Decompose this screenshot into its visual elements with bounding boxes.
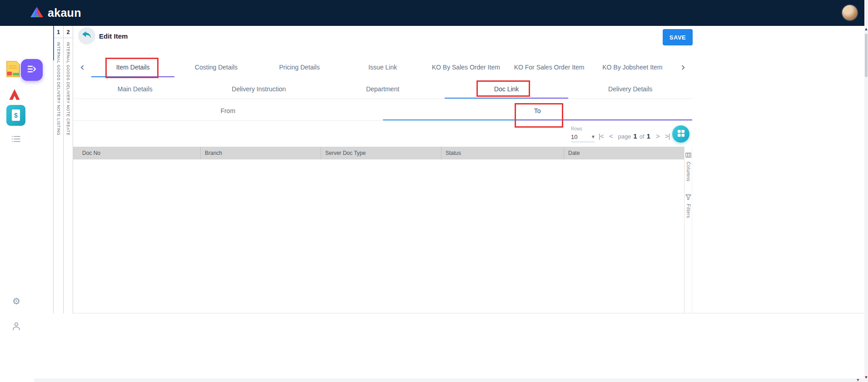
rows-per-page-label: Rows [571, 126, 582, 131]
scroll-up-icon[interactable]: ▲ [864, 26, 868, 32]
grid-icon [677, 129, 685, 139]
back-arrow-icon [82, 31, 92, 41]
total-pages-number: 1 [647, 132, 650, 140]
tab-item-details[interactable]: Item Details [91, 57, 174, 77]
tab-label: KO By Jobsheet Item [602, 64, 662, 71]
vertical-tab-label: INTERNAL GOODS DELIVERY NOTE LISTING [56, 42, 61, 135]
tab-department[interactable]: Department [321, 79, 445, 99]
active-tab-indicator [383, 119, 693, 120]
tab-label: Delivery Details [608, 85, 652, 93]
scroll-corner-icon[interactable]: ▼ [855, 378, 861, 382]
toggle-menu-button[interactable] [21, 59, 43, 81]
app-window: akaun [0, 0, 868, 382]
content-bottom-divider [73, 313, 864, 313]
brand-logo[interactable]: akaun [30, 0, 81, 26]
delivery-note-app-icon[interactable] [4, 59, 22, 79]
active-tab-indicator [91, 76, 174, 77]
tab-label: KO For Sales Order Item [514, 64, 585, 71]
tab-row-level2: Main Details Delivery Instruction Depart… [73, 79, 692, 99]
brand-name: akaun [48, 6, 81, 20]
tab-label: Costing Details [195, 64, 238, 71]
next-page-button[interactable]: > [656, 132, 660, 140]
tab-ko-by-sales-order-item[interactable]: KO By Sales Order Item [424, 57, 507, 77]
vertical-scroll-thumb[interactable] [865, 34, 868, 77]
table-tools-strip: Columns Filters [684, 147, 692, 313]
scroll-down-icon[interactable]: ▼ [864, 375, 868, 380]
red-app-icon[interactable] [7, 87, 22, 102]
page-indicator: page 1 of 1 [618, 132, 650, 140]
tab-row-level1: ‹ Item Details Costing Details Pricing D… [73, 57, 692, 77]
column-header-branch[interactable]: Branch [200, 147, 321, 159]
menu-arrow-icon [26, 64, 37, 76]
rows-per-page-select[interactable]: 10 ▼ [571, 132, 595, 142]
tab-label: Issue Link [368, 64, 397, 71]
of-word: of [640, 133, 645, 140]
column-header-server-doc-type[interactable]: Server Doc Type [321, 147, 441, 159]
vertical-tab-create[interactable]: 2 INTERNAL GOODS DELIVERY NOTE CREATE [63, 26, 73, 313]
page-title: Edit Item [99, 32, 128, 40]
tab-ko-for-sales-order-item[interactable]: KO For Sales Order Item [507, 57, 590, 77]
tab-main-details[interactable]: Main Details [73, 79, 197, 99]
table-header-row: Doc No Branch Server Doc Type Status Dat… [73, 147, 684, 159]
pager: |< < page 1 of 1 > >| [599, 129, 670, 143]
tab-label: Doc Link [494, 85, 519, 93]
tab-doc-link[interactable]: Doc Link [445, 79, 569, 99]
columns-tool[interactable]: Columns [685, 151, 691, 182]
prev-page-button[interactable]: < [609, 132, 613, 140]
tabs-scroll-left-icon[interactable]: ‹ [73, 57, 91, 77]
vertical-tab-active-indicator [53, 26, 54, 60]
left-sidebar: $ ⚙ [0, 26, 34, 382]
tab-costing-details[interactable]: Costing Details [174, 57, 258, 77]
tab-label: From [220, 107, 235, 114]
tab-label: Delivery Instruction [232, 85, 286, 93]
page-horizontal-scrollbar[interactable]: ▼ [34, 378, 864, 382]
first-page-button[interactable]: |< [599, 132, 604, 140]
tabs-scroll-right-icon[interactable]: › [674, 57, 692, 77]
filter-funnel-icon [685, 193, 691, 202]
column-header-date[interactable]: Date [564, 147, 684, 159]
back-button[interactable] [78, 27, 95, 45]
last-page-button[interactable]: >| [665, 132, 670, 140]
page-vertical-scrollbar[interactable]: ▲ ▼ [864, 0, 868, 382]
grid-view-button[interactable] [672, 125, 689, 143]
filters-tool[interactable]: Filters [685, 193, 691, 218]
vertical-tab-listing[interactable]: 1 INTERNAL GOODS DELIVERY NOTE LISTING [53, 26, 63, 313]
active-tab-indicator [445, 98, 569, 99]
columns-icon [685, 151, 691, 159]
tab-delivery-details[interactable]: Delivery Details [568, 79, 692, 99]
filters-label: Filters [686, 204, 691, 218]
vertical-tab-label: INTERNAL GOODS DELIVERY NOTE CREATE [66, 42, 70, 136]
tab-pricing-details[interactable]: Pricing Details [258, 57, 341, 77]
page-word: page [618, 133, 631, 140]
brand-triangle-icon [30, 6, 44, 20]
tab-row-level3: From To [73, 101, 692, 121]
current-page-number: 1 [633, 132, 637, 140]
profile-person-icon[interactable] [11, 321, 21, 331]
column-header-doc-no[interactable]: Doc No [73, 147, 200, 159]
column-header-status[interactable]: Status [441, 147, 564, 159]
list-menu-icon[interactable] [11, 135, 20, 143]
rows-per-page-value: 10 [571, 134, 577, 140]
top-navbar: akaun [0, 0, 868, 26]
tab-to[interactable]: To [383, 101, 693, 120]
tab-delivery-instruction[interactable]: Delivery Instruction [197, 79, 321, 99]
tab-from[interactable]: From [73, 101, 383, 120]
save-button[interactable]: SAVE [663, 29, 693, 45]
tab-label: Department [366, 85, 399, 93]
dollar-glyph: $ [14, 112, 18, 119]
tab-label: Main Details [118, 85, 153, 93]
tab-issue-link[interactable]: Issue Link [341, 57, 424, 77]
tab-ko-by-jobsheet-item[interactable]: KO By Jobsheet Item [591, 57, 674, 77]
tab-label: KO By Sales Order Item [432, 64, 500, 71]
billing-doc-app-icon[interactable]: $ [6, 105, 25, 126]
caret-down-icon: ▼ [592, 135, 595, 139]
tab-label: To [534, 107, 541, 114]
tab-label: Item Details [116, 64, 150, 71]
tab-label: Pricing Details [279, 64, 319, 71]
table-body-empty [73, 159, 684, 313]
vertical-tab-number: 1 [54, 26, 63, 38]
settings-gear-icon[interactable]: ⚙ [11, 296, 22, 307]
vertical-tab-number: 2 [64, 26, 73, 38]
user-avatar[interactable] [841, 4, 858, 21]
columns-label: Columns [686, 162, 691, 182]
